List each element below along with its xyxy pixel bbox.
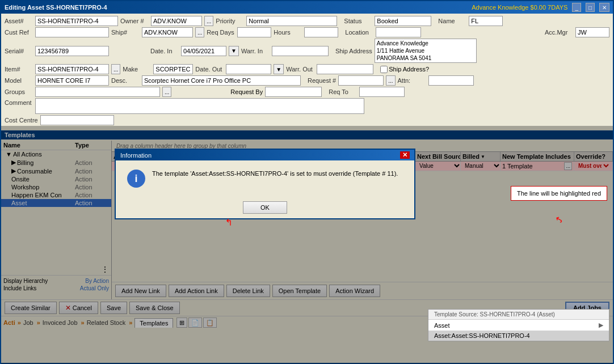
maximize-button[interactable]: □ [586, 3, 595, 12]
ship-label: Ship# [111, 29, 140, 36]
ship-address-label: Ship Address [335, 48, 372, 54]
groups-input[interactable] [35, 87, 160, 97]
dropdown-item-asset[interactable]: Asset ▶ [428, 320, 609, 331]
date-in-btn[interactable]: ▼ [229, 46, 239, 56]
request-input[interactable] [338, 75, 384, 86]
make-label: Make [123, 66, 151, 73]
model-input[interactable] [35, 75, 109, 86]
ship-address-display: Advance Knowledge1/11 Hattie AvenuePANOR… [375, 39, 477, 63]
hours-input[interactable] [304, 27, 338, 37]
name-label: Name [438, 18, 466, 24]
dialog-ok-button[interactable]: OK [243, 201, 287, 214]
owner-label: Owner # [120, 18, 149, 24]
date-out-btn[interactable]: ▼ [274, 64, 284, 74]
comment-label: Comment [5, 99, 33, 106]
asset-label: Asset# [5, 18, 33, 24]
info-icon: i [127, 170, 145, 188]
form-row-1: Asset# Owner # ... Priority Normal Statu… [5, 16, 609, 26]
serial-label: Serial# [5, 48, 33, 54]
dialog-footer: OK [116, 197, 414, 218]
item-browse[interactable]: ... [111, 64, 120, 74]
ship-address-checkbox[interactable] [380, 66, 388, 73]
form-row-5: Model Desc. Request # ... Attn: [5, 75, 609, 86]
request-by-label: Request By [230, 88, 263, 95]
item-input[interactable] [35, 64, 109, 74]
window-title: Editing Asset SS-HORNETI7PRO-4 [5, 4, 107, 11]
groups-label: Groups [5, 88, 33, 95]
minimize-button[interactable]: _ [572, 3, 581, 12]
ship-address-check-label: Ship Address? [380, 66, 429, 73]
add-jobs-dropdown: Template Source: SS-HORNETI7PRO-4 (Asset… [428, 309, 609, 341]
warr-in-select[interactable] [272, 46, 329, 56]
req-days-input[interactable] [237, 27, 271, 37]
groups-browse[interactable]: ... [162, 87, 171, 97]
location-input[interactable] [376, 27, 421, 37]
dialog-arrow: ↳ [225, 217, 233, 227]
dropdown-item-asset-asset[interactable]: Asset:Asset:SS-HORNETI7PRO-4 [428, 331, 609, 341]
ship-input[interactable] [142, 27, 193, 37]
dialog-title-text: Information [120, 152, 152, 159]
form-area: Asset# Owner # ... Priority Normal Statu… [1, 14, 613, 129]
dialog-message: The template 'Asset:Asset:SS-HORNETI7PRO… [152, 170, 403, 178]
owner-browse[interactable]: ... [204, 16, 213, 26]
req-days-label: Req Days [207, 29, 235, 36]
dialog-close-button[interactable]: ✕ [400, 151, 410, 159]
form-row-6: Groups ... Request By Req To [5, 87, 609, 97]
desc-label: Desc. [111, 77, 140, 84]
warr-out-label: Warr. Out [286, 66, 314, 73]
date-in-input[interactable] [181, 46, 226, 56]
priority-label: Priority [216, 18, 244, 24]
priority-select[interactable]: Normal [246, 16, 337, 26]
item-label: Item# [5, 66, 33, 73]
dialog-title-bar: Information ✕ [116, 150, 414, 160]
warr-out-select[interactable] [317, 64, 373, 74]
status-select[interactable]: Booked [375, 16, 431, 26]
request-browse[interactable]: ... [386, 75, 395, 86]
make-input[interactable] [153, 64, 193, 74]
cust-ref-label: Cust Ref [5, 29, 33, 36]
close-button[interactable]: ✕ [599, 3, 609, 12]
date-out-label: Date. Out [195, 66, 224, 73]
date-in-label: Date. In [150, 48, 179, 54]
comment-input[interactable] [35, 98, 364, 114]
model-label: Model [5, 77, 33, 84]
cost-centre-label: Cost Centre [5, 117, 38, 124]
information-dialog: Information ✕ i The template 'Asset:Asse… [115, 149, 415, 219]
owner-input[interactable] [151, 16, 202, 26]
req-to-input[interactable] [359, 87, 405, 97]
warr-in-label: Warr. In [241, 48, 270, 54]
acc-mgr-input[interactable] [575, 27, 609, 37]
comment-row: Comment [5, 98, 609, 114]
name-input[interactable] [469, 16, 503, 26]
title-bar-right: Advance Knowledge $0.00 7DAYS _ □ ✕ [472, 3, 609, 12]
request-label: Request # [308, 77, 336, 84]
cost-centre-row: Cost Centre [5, 115, 609, 125]
cust-ref-input[interactable] [35, 27, 109, 37]
asset-input[interactable] [35, 16, 118, 26]
submenu-arrow: ▶ [599, 321, 603, 329]
hours-label: Hours [274, 29, 302, 36]
location-label: Location [345, 29, 373, 36]
attn-label: Attn: [398, 77, 426, 84]
request-by-select[interactable] [265, 87, 322, 97]
main-window: Editing Asset SS-HORNETI7PRO-4 Advance K… [0, 0, 614, 364]
acc-mgr-label: Acc.Mgr [545, 29, 573, 36]
desc-input[interactable] [142, 75, 301, 86]
attn-input[interactable] [428, 75, 474, 86]
cost-centre-select[interactable] [40, 115, 114, 125]
req-to-label: Req To [329, 88, 357, 95]
date-out-input[interactable] [226, 64, 271, 74]
form-row-4: Item# ... Make Date. Out ▼ Warr. Out Shi… [5, 64, 609, 74]
ship-browse[interactable]: ... [195, 27, 204, 37]
highlight-annotation: The line will be highlighted red [511, 186, 607, 201]
status-label: Status [344, 18, 372, 24]
dialog-body: i The template 'Asset:Asset:SS-HORNETI7P… [116, 160, 414, 197]
form-row-2: Cust Ref Ship# ... Req Days Hours Locati… [5, 27, 609, 37]
serial-input[interactable] [35, 46, 109, 56]
title-bar: Editing Asset SS-HORNETI7PRO-4 Advance K… [1, 1, 613, 14]
dropdown-header: Template Source: SS-HORNETI7PRO-4 (Asset… [428, 310, 609, 320]
form-row-3: Serial# Date. In ▼ Warr. In Ship Address… [5, 39, 609, 63]
advance-info: Advance Knowledge $0.00 7DAYS [472, 4, 567, 11]
